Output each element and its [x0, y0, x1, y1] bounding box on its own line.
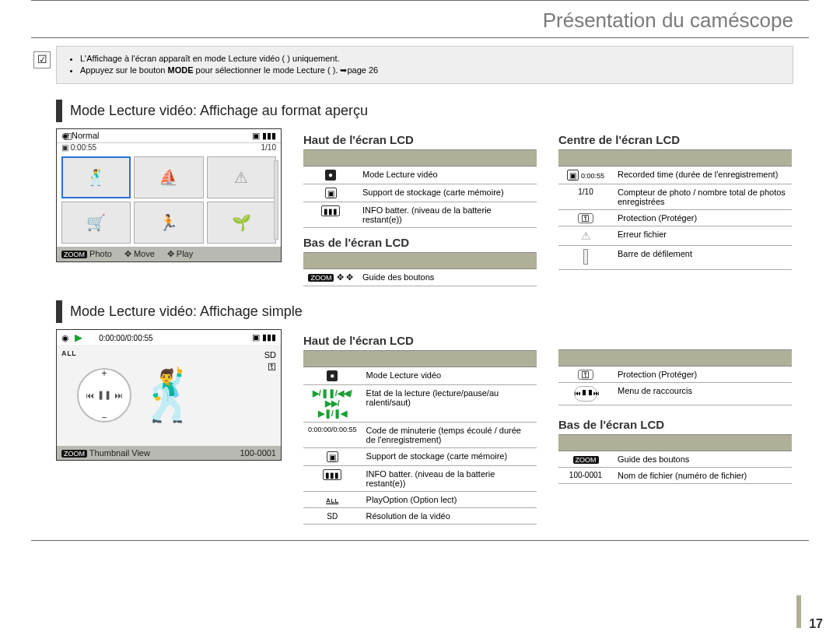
play-icon: ▶ — [75, 332, 82, 343]
thumbnail-2[interactable]: ⛵ — [134, 156, 203, 198]
zoom-icon: ZOOM — [308, 274, 334, 282]
mode-button-label: MODE — [168, 65, 194, 75]
card-icon: ▣ ▮▮▮ — [252, 131, 276, 141]
battery-icon: ▮▮▮ — [321, 205, 340, 216]
centre-row-0: Recorded time (durée de l'enregistrement… — [613, 167, 792, 184]
lcd1-time: 0:00:55 — [71, 143, 96, 152]
lcd-thumbnail-screen: ◉ Normal ▣ ▮▮▮ ▣ 0:00:55 1/10 🕺⚿ ⛵ ⚠ 🛒 🏃… — [56, 128, 282, 262]
scrollbar-icon — [583, 249, 588, 265]
section-heading-thumbnail-view: Mode Lecture vidéo: Affichage au format … — [56, 100, 840, 122]
haut2-title: Haut de l'écran LCD — [303, 334, 537, 347]
haut1-row-2: INFO batter. (niveau de la batterie rest… — [358, 202, 537, 227]
protect-key-icon: ⚿ — [578, 370, 593, 380]
note-line-2: Appuyez sur le bouton MODE pour sélectio… — [80, 65, 783, 76]
right2a-row-1: Menu de raccourcis — [613, 382, 792, 405]
card-icon: ▣ — [327, 451, 338, 462]
footer-move-label: Move — [134, 249, 155, 258]
bas2-table: ZOOM Guide des boutons 100-0001 Nom de f… — [558, 451, 792, 484]
sd-icon: SD — [327, 512, 338, 521]
haut2-row-6: Résolution de la vidéo — [362, 507, 537, 524]
zoom-in-icon[interactable]: ＋ — [100, 367, 109, 380]
thumbnail-4[interactable]: 🛒 — [61, 202, 131, 244]
lcd2-right-icons: SD ⚿ — [264, 349, 276, 374]
bas1-row-0: Guide des boutons — [358, 269, 537, 286]
playoption-all-icon: ᴀʟʟ — [61, 348, 76, 358]
page-number: 17 — [809, 617, 823, 631]
footer-thumbnail-label: Thumbnail View — [89, 448, 150, 458]
video-preview-silhouette: 🕺 — [138, 366, 200, 424]
next-icon[interactable]: ⏭ — [114, 391, 123, 400]
bas2-title: Bas de l'écran LCD — [558, 418, 792, 431]
thumbnail-scrollbar[interactable] — [274, 160, 278, 240]
protect-key-icon: ⚿ — [578, 213, 593, 223]
bas2-row-1: Nom de fichier (numéro de fichier) — [613, 467, 792, 483]
rec-time-icon: ▣ — [567, 170, 579, 181]
haut1-row-0: Mode Lecture vidéo — [358, 167, 537, 184]
zoom-chip-icon: ZOOM — [61, 251, 87, 258]
haut2-row-4: INFO batter. (niveau de la batterie rest… — [362, 465, 537, 491]
lcd2-timecode: 0:00:00/0:00:55 — [99, 334, 153, 342]
card-icon: ▣ — [325, 188, 337, 198]
playstate-icons: ▶/❚❚/◀◀/▶▶/▶❚/❚◀ — [313, 388, 352, 418]
centre-row-1: Compteur de photo / nombre total de phot… — [613, 184, 792, 209]
sd-icon: SD — [264, 349, 276, 361]
centre-row-3: Erreur fichier — [613, 226, 792, 245]
video-mode-icon: ● — [327, 370, 338, 381]
haut1-row-1: Support de stockage (carte mémoire) — [358, 184, 537, 202]
playoption-all-icon: ᴀʟʟ — [326, 496, 338, 504]
haut2-table: ● Mode Lecture vidéo ▶/❚❚/◀◀/▶▶/▶❚/❚◀ Et… — [303, 367, 537, 524]
page-title: Présentation du caméscope — [0, 9, 793, 33]
haut2-row-5: PlayOption (Option lect) — [362, 491, 537, 507]
haut2-row-2: Code de minuterie (temps écoulé / durée … — [362, 422, 537, 447]
joystick-icon: ✥ ✥ — [337, 272, 353, 282]
centre-title: Centre de l'écran LCD — [558, 133, 792, 146]
haut2-row-3: Support de stockage (carte mémoire) — [362, 447, 537, 465]
centre-row-2: Protection (Protéger) — [613, 209, 792, 226]
right2a-row-0: Protection (Protéger) — [613, 367, 792, 383]
card-icon: ▣ ▮▮▮ — [252, 332, 276, 342]
haut2-row-1: Etat de la lecture (lecture/pause/au ral… — [362, 384, 537, 422]
footer-play-label: Play — [177, 249, 193, 258]
haut1-title: Haut de l'écran LCD — [303, 133, 537, 146]
battery-icon: ▮▮▮ — [323, 469, 341, 480]
page-number-bar — [796, 595, 801, 628]
zoom-out-icon[interactable]: － — [100, 411, 109, 424]
video-mode-icon: ● — [325, 170, 336, 181]
thumbnail-5[interactable]: 🏃 — [134, 202, 203, 244]
thumbnail-3[interactable]: ⚠ — [207, 156, 276, 198]
info-badge-icon: ☑ — [33, 51, 51, 68]
zoom-chip-icon: ZOOM — [61, 450, 87, 458]
file-number-icon: 100-0001 — [558, 467, 613, 483]
battery-icon: ▮▮▮ — [262, 131, 276, 140]
count-icon: 1/10 — [558, 184, 613, 209]
footer-file-number: 100-0001 — [240, 448, 277, 458]
shortcut-ring-icon: ⏮❚❚⏭ — [574, 386, 597, 402]
lcd1-mode-label: Normal — [72, 131, 99, 140]
bas1-table: ZOOM ✥ ✥ Guide des boutons — [303, 269, 537, 286]
prev-icon[interactable]: ⏮ — [86, 391, 94, 400]
thumbnail-1[interactable]: 🕺⚿ — [61, 156, 131, 198]
right2a-table: ⚿ Protection (Protéger) ⏮❚❚⏭ Menu de rac… — [558, 367, 792, 405]
haut2-row-0: Mode Lecture vidéo — [362, 367, 537, 385]
file-error-icon: ⚠ — [581, 230, 591, 242]
section-heading-simple-view: Mode Lecture vidéo: Affichage simple — [56, 300, 840, 323]
info-note: ☑ L'Affichage à l'écran apparaît en mode… — [56, 46, 793, 84]
lcd1-count: 1/10 — [261, 143, 276, 152]
bas1-title: Bas de l'écran LCD — [303, 236, 537, 249]
thumbnail-6[interactable]: 🌱 — [207, 202, 276, 244]
footer-photo-label: Photo — [89, 249, 112, 258]
battery-icon: ▮▮▮ — [262, 332, 276, 342]
pause-icon[interactable]: ❚❚ — [97, 390, 111, 400]
note-line-1: L'Affichage à l'écran apparaît en mode L… — [80, 53, 783, 65]
haut1-table: ● Mode Lecture vidéo ▣ Support de stocka… — [303, 167, 537, 228]
shortcut-ring-control[interactable]: ＋ ⏮ ❚❚ ⏭ － — [77, 368, 131, 423]
centre-table: ▣ 0:00:55 Recorded time (durée de l'enre… — [558, 167, 792, 270]
protect-key-icon: ⚿ — [264, 361, 276, 373]
centre-row-4: Barre de défilement — [613, 245, 792, 269]
lcd-simple-screen: ◉ ▶ 0:00:00/0:00:55 ▣ ▮▮▮ 🕺 ＋ ⏮ ❚❚ ⏭ － S… — [56, 329, 282, 461]
timecode-icon: 0:00:00/0:00:55 — [303, 422, 362, 447]
bas2-row-0: Guide des boutons — [613, 451, 792, 468]
zoom-icon: ZOOM — [573, 456, 599, 464]
